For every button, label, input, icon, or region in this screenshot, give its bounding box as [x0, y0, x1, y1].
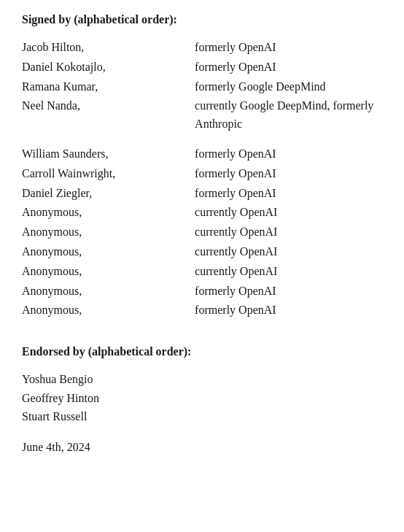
table-row: Anonymous, currently OpenAI [22, 203, 382, 223]
table-row: Daniel Kokotajlo, formerly OpenAI [22, 58, 382, 77]
signer-name: William Saunders, [22, 144, 195, 164]
signer-name: Jacob Hilton, [22, 38, 195, 58]
list-item: Stuart Russell [22, 407, 382, 426]
table-row: Anonymous, formerly OpenAI [22, 301, 382, 320]
signer-name: Anonymous, [22, 262, 195, 282]
signed-heading: Signed by (alphabetical order): [22, 13, 382, 26]
table-row: Anonymous, currently OpenAI [22, 242, 382, 262]
signer-name: Anonymous, [22, 223, 195, 242]
table-row: Carroll Wainwright, formerly OpenAI [22, 164, 382, 184]
signer-affiliation: currently OpenAI [195, 262, 382, 282]
table-row: Anonymous, currently OpenAI [22, 223, 382, 242]
signer-affiliation: formerly OpenAI [195, 184, 382, 204]
signer-affiliation: formerly OpenAI [195, 164, 382, 184]
table-row: William Saunders, formerly OpenAI [22, 144, 382, 164]
signer-affiliation: currently OpenAI [195, 203, 382, 223]
signer-affiliation: formerly OpenAI [195, 282, 382, 301]
signer-name: Anonymous, [22, 203, 195, 223]
table-row: Jacob Hilton, formerly OpenAI [22, 38, 382, 58]
signer-affiliation: currently Google DeepMind, formerly Anth… [195, 96, 382, 134]
signer-affiliation: formerly OpenAI [195, 144, 382, 164]
table-row: Neel Nanda, currently Google DeepMind, f… [22, 96, 382, 134]
table-spacer-row [22, 134, 382, 144]
endorsed-heading: Endorsed by (alphabetical order): [22, 345, 382, 358]
signer-name: Daniel Kokotajlo, [22, 58, 195, 77]
endorsed-section: Endorsed by (alphabetical order): Yoshua… [22, 345, 382, 454]
list-item: Geoffrey Hinton [22, 389, 382, 408]
signer-affiliation: formerly OpenAI [195, 38, 382, 58]
list-item: Yoshua Bengio [22, 370, 382, 389]
signer-name: Daniel Ziegler, [22, 184, 195, 204]
table-row: Ramana Kumar, formerly Google DeepMind [22, 77, 382, 97]
signer-affiliation: currently OpenAI [195, 242, 382, 262]
signer-name: Anonymous, [22, 301, 195, 320]
signer-affiliation: formerly OpenAI [195, 58, 382, 77]
signer-name: Neel Nanda, [22, 96, 195, 134]
table-row: Anonymous, currently OpenAI [22, 262, 382, 282]
signer-affiliation: formerly OpenAI [195, 301, 382, 320]
signer-name: Anonymous, [22, 242, 195, 262]
signer-name: Carroll Wainwright, [22, 164, 195, 184]
signers-table: Jacob Hilton, formerly OpenAI Daniel Kok… [22, 38, 382, 320]
date: June 4th, 2024 [22, 441, 382, 454]
table-row: Daniel Ziegler, formerly OpenAI [22, 184, 382, 204]
endorsers-list: Yoshua BengioGeoffrey HintonStuart Russe… [22, 370, 382, 426]
signer-name: Anonymous, [22, 282, 195, 301]
signer-affiliation: formerly Google DeepMind [195, 77, 382, 97]
signer-affiliation: currently OpenAI [195, 223, 382, 242]
table-row: Anonymous, formerly OpenAI [22, 282, 382, 301]
signer-name: Ramana Kumar, [22, 77, 195, 97]
